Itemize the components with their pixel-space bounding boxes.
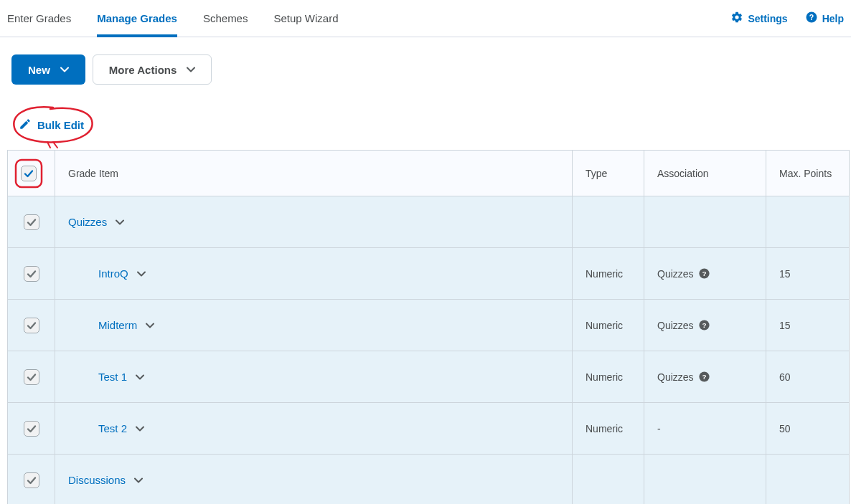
chevron-down-icon[interactable] bbox=[136, 424, 144, 433]
help-link[interactable]: ? Help bbox=[805, 11, 844, 26]
grade-item-name: Quizzes bbox=[68, 216, 107, 228]
table-header-row: Grade Item Type Association Max. Points bbox=[8, 151, 850, 196]
help-icon[interactable]: ? bbox=[698, 319, 710, 331]
type-cell: Numeric bbox=[573, 351, 644, 403]
grades-tabs: Enter Grades Manage Grades Schemes Setup… bbox=[0, 0, 851, 37]
help-icon: ? bbox=[805, 11, 818, 26]
max-points-cell: 15 bbox=[766, 300, 850, 351]
max-points-cell bbox=[766, 455, 850, 505]
tab-setup-wizard[interactable]: Setup Wizard bbox=[273, 1, 338, 37]
table-row: Discussions bbox=[8, 455, 850, 505]
bulk-edit-button[interactable]: Bulk Edit bbox=[11, 113, 91, 137]
grade-item-name: Discussions bbox=[68, 474, 126, 486]
max-points-cell: 50 bbox=[766, 403, 850, 455]
row-checkbox[interactable] bbox=[24, 369, 39, 385]
grade-item-link[interactable]: Discussions bbox=[68, 474, 143, 486]
tab-schemes[interactable]: Schemes bbox=[203, 1, 248, 37]
chevron-down-icon bbox=[187, 65, 195, 74]
max-points-cell: 15 bbox=[766, 248, 850, 300]
max-points-cell: 60 bbox=[766, 351, 850, 403]
row-checkbox[interactable] bbox=[24, 472, 39, 488]
association-cell: Quizzes? bbox=[644, 300, 766, 351]
col-grade-item: Grade Item bbox=[55, 151, 573, 196]
row-checkbox[interactable] bbox=[24, 421, 39, 437]
more-actions-label: More Actions bbox=[109, 64, 177, 76]
grade-item-link[interactable]: Test 1 bbox=[68, 371, 144, 383]
svg-text:?: ? bbox=[702, 373, 706, 381]
row-checkbox[interactable] bbox=[24, 266, 39, 282]
grade-item-name: Test 2 bbox=[98, 422, 127, 434]
row-checkbox[interactable] bbox=[24, 318, 39, 333]
association-text: Quizzes bbox=[657, 320, 694, 331]
bulk-edit-label: Bulk Edit bbox=[37, 119, 84, 131]
svg-text:?: ? bbox=[809, 13, 813, 22]
col-max-points: Max. Points bbox=[766, 151, 850, 196]
association-cell bbox=[644, 196, 766, 248]
chevron-down-icon[interactable] bbox=[136, 373, 144, 381]
grade-item-name: Test 1 bbox=[98, 371, 127, 383]
type-cell: Numeric bbox=[573, 248, 644, 300]
toolbar: New More Actions bbox=[0, 37, 851, 113]
grade-item-name: Midterm bbox=[98, 319, 137, 331]
type-cell bbox=[573, 455, 644, 505]
type-cell bbox=[573, 196, 644, 248]
grade-item-link[interactable]: Quizzes bbox=[68, 216, 124, 228]
tab-manage-grades[interactable]: Manage Grades bbox=[97, 1, 177, 37]
top-right-links: Settings ? Help bbox=[730, 11, 844, 26]
table-row: Test 2Numeric-50 bbox=[8, 403, 850, 455]
tab-enter-grades[interactable]: Enter Grades bbox=[7, 1, 71, 37]
settings-label: Settings bbox=[748, 13, 787, 24]
association-text: - bbox=[657, 423, 661, 434]
help-icon[interactable]: ? bbox=[698, 267, 710, 280]
svg-text:?: ? bbox=[702, 321, 706, 329]
chevron-down-icon[interactable] bbox=[134, 476, 143, 485]
association-text: Quizzes bbox=[657, 371, 694, 383]
table-row: MidtermNumericQuizzes?15 bbox=[8, 300, 850, 351]
new-button-label: New bbox=[28, 64, 50, 76]
settings-link[interactable]: Settings bbox=[730, 11, 787, 26]
col-association: Association bbox=[644, 151, 766, 196]
association-text: Quizzes bbox=[657, 268, 694, 280]
grade-item-name: IntroQ bbox=[98, 267, 128, 280]
col-type: Type bbox=[573, 151, 644, 196]
association-cell bbox=[644, 455, 766, 505]
row-checkbox[interactable] bbox=[24, 214, 39, 230]
grade-item-link[interactable]: IntroQ bbox=[68, 267, 146, 280]
table-row: IntroQNumericQuizzes?15 bbox=[8, 248, 850, 300]
new-button[interactable]: New bbox=[11, 54, 85, 85]
association-cell: - bbox=[644, 403, 766, 455]
svg-text:?: ? bbox=[702, 270, 706, 277]
help-label: Help bbox=[822, 13, 844, 24]
grade-item-link[interactable]: Test 2 bbox=[68, 422, 144, 434]
chevron-down-icon[interactable] bbox=[137, 270, 146, 278]
table-row: Quizzes bbox=[8, 196, 850, 248]
gear-icon bbox=[730, 11, 743, 26]
association-cell: Quizzes? bbox=[644, 248, 766, 300]
type-cell: Numeric bbox=[573, 403, 644, 455]
grade-item-link[interactable]: Midterm bbox=[68, 319, 154, 331]
table-row: Test 1NumericQuizzes?60 bbox=[8, 351, 850, 403]
max-points-cell bbox=[766, 196, 850, 248]
association-cell: Quizzes? bbox=[644, 351, 766, 403]
select-all-checkbox[interactable] bbox=[21, 166, 37, 181]
help-icon[interactable]: ? bbox=[698, 371, 710, 383]
type-cell: Numeric bbox=[573, 300, 644, 351]
more-actions-button[interactable]: More Actions bbox=[93, 54, 212, 85]
chevron-down-icon bbox=[60, 65, 69, 74]
chevron-down-icon[interactable] bbox=[146, 321, 154, 330]
chevron-down-icon[interactable] bbox=[116, 218, 124, 227]
grades-table: Grade Item Type Association Max. Points … bbox=[7, 150, 850, 504]
pencil-icon bbox=[19, 118, 32, 133]
